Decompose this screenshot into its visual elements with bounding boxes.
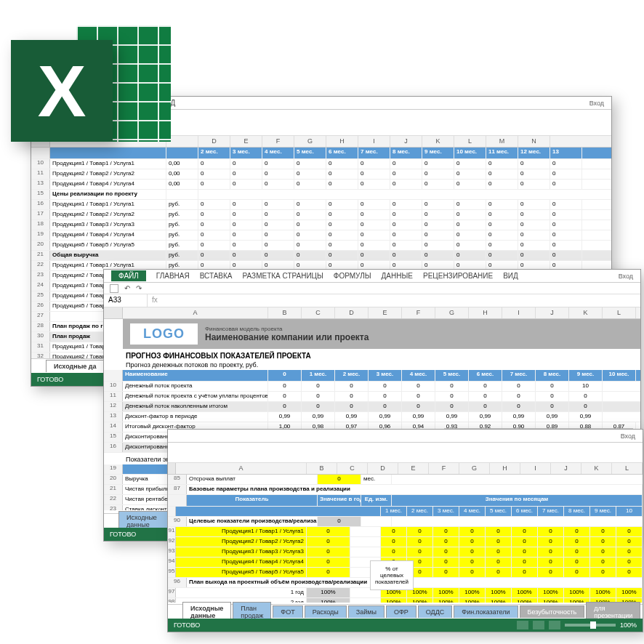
cell[interactable]: 0 [358,200,390,209]
cell[interactable]: 0 [198,241,230,250]
cell[interactable]: 0 [381,527,407,536]
cell[interactable]: 0 [302,402,335,411]
cell[interactable]: 0 [469,392,502,401]
cell[interactable]: 0 [390,251,422,260]
view-break-icon[interactable] [549,621,560,629]
cell[interactable]: 0 [550,169,582,179]
cell[interactable]: 0 [358,220,390,230]
row-number[interactable] [168,495,187,506]
cell[interactable]: 0 [486,251,518,260]
cell[interactable]: 0 [262,251,294,260]
cell[interactable]: Показатель [187,495,318,506]
ribbon-tab[interactable]: РЕЦЕНЗИРОВАНИЕ [423,272,493,280]
cell[interactable]: 0 [435,382,469,391]
cell[interactable]: Продукция2 / Товар2 / Услуга2 [50,210,166,220]
cell[interactable]: 0 [486,200,518,209]
spreadsheet-grid[interactable]: 85Отсрочка выплат0мес.87Базовые параметр… [168,475,643,603]
cell[interactable]: Целевые показатели производства/реализац… [187,517,318,526]
cell[interactable]: 1 мес. [302,370,335,381]
cell[interactable]: 8 мес. [390,148,422,158]
cell[interactable]: 0 [262,210,294,220]
cell[interactable]: 0 [536,382,569,391]
cell[interactable]: 0 [422,230,454,240]
cell[interactable]: Продукция1 / Товар1 / Услуга1 [176,527,307,536]
cell[interactable]: 0 [459,558,486,567]
cell[interactable]: 0 [459,547,486,557]
cell[interactable]: 0 [307,527,350,536]
ribbon-tab[interactable]: ВИД [503,272,518,280]
cell[interactable]: 0,99 [268,412,302,422]
cell[interactable]: 0 [198,230,230,240]
cell[interactable]: 6 мес. [512,507,538,516]
cell[interactable]: 0 [569,402,603,411]
cell[interactable]: 4 мес. [262,148,294,158]
cell[interactable]: 0 [422,159,454,169]
cell[interactable]: 0 [390,220,422,230]
cell[interactable]: 0 [550,251,582,260]
cell[interactable]: 0 [198,220,230,230]
cell[interactable]: 0 [390,200,422,209]
cell[interactable]: 0 [564,568,590,577]
row-number[interactable]: 17 [31,210,50,220]
cell[interactable]: 0 [550,180,582,189]
row-number[interactable]: 96 [168,578,187,587]
cell[interactable]: 0 [486,547,512,557]
row-number[interactable]: 11 [104,392,123,401]
cell[interactable]: 0 [590,558,616,567]
cell[interactable]: 4 мес. [459,507,486,516]
row-number[interactable]: 18 [31,220,50,230]
cell[interactable]: 0 [454,251,486,260]
cell[interactable]: 0 [433,568,459,577]
cell[interactable]: 0 [590,547,616,557]
row-number[interactable]: 10 [31,159,50,169]
cell[interactable]: 0 [369,382,402,391]
row-number[interactable]: 95 [168,568,176,577]
cell[interactable]: 100% [538,598,564,603]
cell[interactable]: 0 [486,568,512,577]
cell[interactable]: 0 [518,200,550,209]
cell[interactable]: 0 [294,159,326,169]
cell[interactable]: 0 [390,210,422,220]
row-number[interactable]: 16 [31,200,50,209]
cell[interactable]: 0 [459,568,486,577]
cell[interactable]: 0 [268,370,302,381]
cell[interactable]: 0 [390,230,422,240]
row-number[interactable]: 21 [31,251,50,260]
cell[interactable]: 0 [518,241,550,250]
cell[interactable]: 13 [550,148,582,158]
cell[interactable]: 0 [469,402,502,411]
cell[interactable]: 1 мес. [381,507,407,516]
ribbon-tab[interactable]: ФОРМУЛЫ [334,272,371,280]
cell[interactable]: 0,99 [502,412,536,422]
cell[interactable]: 0 [262,241,294,250]
row-number[interactable]: 20 [31,241,50,250]
cell[interactable]: 0 [454,180,486,189]
cell[interactable]: руб. [166,241,198,250]
cell[interactable]: 0 [486,241,518,250]
cell[interactable]: 0 [381,537,407,547]
cell[interactable]: 9 мес. [590,507,616,516]
cell[interactable]: 0 [262,169,294,179]
cell[interactable]: 100% [616,588,643,597]
cell[interactable]: 100% [538,588,564,597]
cell[interactable]: Продукция3 / Товар3 / Услуга3 [50,220,166,230]
cell[interactable]: 0 [307,568,350,577]
cell[interactable]: 0 [422,210,454,220]
cell[interactable]: 0 [369,392,402,401]
cell[interactable] [176,507,381,516]
cell[interactable]: 0 [590,537,616,547]
row-number[interactable]: 30 [31,332,50,342]
cell[interactable]: 0 [502,392,536,401]
cell[interactable]: 0 [335,402,369,411]
cell[interactable]: 0 [318,517,361,526]
row-number[interactable]: 15 [104,432,123,442]
cell[interactable]: 0 [326,169,358,179]
cell[interactable]: 0 [550,200,582,209]
cell[interactable]: 0 [564,537,590,547]
cell[interactable]: 9 мес. [422,148,454,158]
cell[interactable]: 0 [262,180,294,189]
cell[interactable]: 0 [268,402,302,411]
cell[interactable]: Денежный поток накопленным итогом [123,402,268,411]
row-number[interactable]: 13 [31,180,50,189]
sheet-tab[interactable]: Исходные да [46,360,105,372]
